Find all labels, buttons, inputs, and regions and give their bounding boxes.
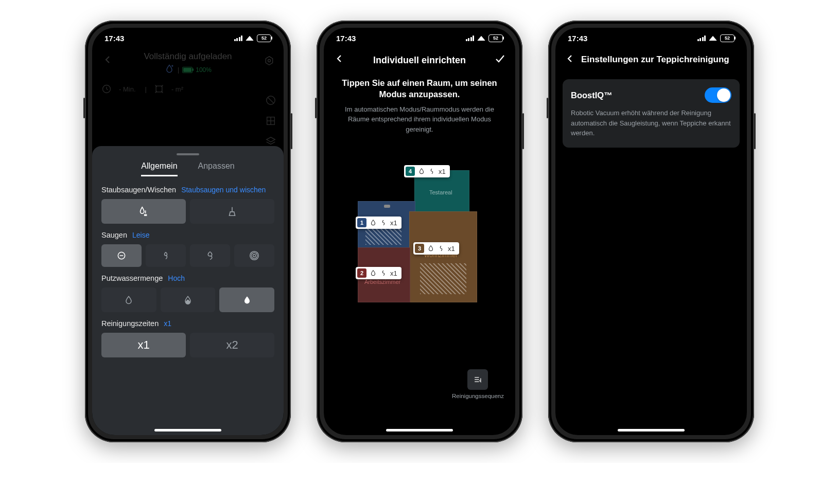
boostiq-toggle[interactable]: [705, 87, 731, 103]
settings-icon[interactable]: [264, 56, 274, 68]
passes-value: x1: [164, 319, 171, 328]
fan-icon: [428, 168, 435, 175]
sheet-grab-handle[interactable]: [177, 153, 199, 155]
floor-map: Testareal 4 x1 1 x1 Wohnz: [353, 165, 486, 319]
dimmed-background: Vollständig aufgeladen | 100% - Min. |: [92, 48, 284, 100]
charge-status-title: Vollständig aufgeladen: [92, 51, 284, 62]
room-label-2: Arbeitszimmer: [364, 279, 400, 285]
suction-value: Leise: [132, 231, 149, 239]
water-option-high[interactable]: [219, 287, 274, 312]
passes-option-x2[interactable]: x2: [190, 333, 274, 357]
no-go-zone-icon[interactable]: [265, 95, 276, 106]
status-right: 52: [234, 34, 272, 42]
toggle-knob: [717, 88, 730, 102]
svg-point-23: [251, 253, 257, 259]
water-drop-plus-icon: [164, 64, 174, 76]
sub-headline: Im automatischen Modus/Raummodus werden …: [324, 104, 515, 135]
phone-frame-3: 17:43 52 Einstellungen zur Teppichreinig…: [548, 21, 754, 442]
boostiq-title: BoostIQ™: [571, 91, 613, 100]
area-icon: [154, 84, 164, 94]
room-mult-2: x1: [390, 269, 397, 277]
room-number-4: 4: [406, 167, 415, 176]
room-badge-3[interactable]: 3 x1: [413, 242, 459, 255]
water-option-medium[interactable]: [161, 287, 216, 312]
room-badge-1[interactable]: 1 x1: [356, 217, 401, 229]
suction-option-standard[interactable]: [146, 244, 186, 267]
headline: Tippen Sie auf einen Raum, um seinen Mod…: [324, 74, 515, 104]
page-title: Individuell einrichten: [373, 55, 466, 66]
svg-marker-15: [267, 137, 275, 142]
room-wohnzimmer[interactable]: Wohnzimmer: [409, 211, 477, 302]
home-indicator[interactable]: [154, 429, 221, 431]
tab-customize[interactable]: Anpassen: [198, 161, 235, 176]
section-water: Putzwassermenge Hoch: [92, 274, 284, 319]
battery-percent: 100%: [196, 66, 212, 74]
phone-frame-1: 17:43 52 Vollständig aufgeladen |: [85, 21, 291, 442]
status-time: 17:43: [568, 34, 587, 43]
battery-icon: 52: [257, 34, 271, 42]
svg-point-3: [268, 60, 271, 62]
section-suction: Saugen Leise: [92, 231, 284, 274]
rooms-grid-icon[interactable]: [265, 115, 276, 127]
home-indicator[interactable]: [386, 429, 453, 431]
signal-icon: [466, 35, 475, 41]
room-badge-2[interactable]: 2 x1: [356, 267, 401, 279]
section-passes: Reinigungszeiten x1 x1 x2: [92, 319, 284, 365]
signal-icon: [697, 35, 706, 41]
back-icon[interactable]: [333, 52, 345, 68]
stats-row: - Min. | - m²: [92, 78, 284, 100]
dock-marker: [384, 205, 390, 208]
boostiq-description: Robotic Vacuum erhöht während der Reinig…: [571, 108, 731, 138]
duration-value: - Min.: [119, 85, 136, 93]
room-number-2: 2: [357, 268, 366, 278]
status-time: 17:43: [104, 34, 124, 43]
back-icon[interactable]: [564, 52, 576, 67]
svg-rect-5: [156, 86, 162, 92]
svg-point-22: [253, 255, 256, 257]
fan-icon: [438, 245, 445, 252]
page-header: Individuell einrichten: [324, 48, 515, 74]
status-right: 52: [466, 34, 503, 42]
room-mult-1: x1: [390, 219, 397, 227]
settings-sheet: Allgemein Anpassen Staubsaugen/Wischen S…: [92, 146, 284, 435]
battery-icon: 52: [488, 34, 503, 42]
water-label: Putzwassermenge: [101, 274, 163, 282]
screen-3: 17:43 52 Einstellungen zur Teppichreinig…: [555, 28, 747, 435]
back-icon[interactable]: [101, 53, 114, 69]
signal-icon: [234, 35, 243, 41]
tab-general[interactable]: Allgemein: [141, 161, 177, 176]
suction-option-quiet[interactable]: [101, 244, 142, 267]
suction-label: Saugen: [101, 231, 127, 239]
mode-option-vacuum-mop[interactable]: [101, 199, 186, 224]
phone-frame-2: 17:43 52 Individuell einrichten Tippen S…: [317, 21, 522, 442]
fan-icon: [380, 269, 387, 277]
water-option-low[interactable]: [101, 287, 156, 312]
main-header: Vollständig aufgeladen | 100%: [92, 48, 284, 78]
drop-icon: [370, 219, 377, 226]
room-mult-4: x1: [439, 168, 446, 175]
layers-icon[interactable]: [265, 136, 276, 147]
wifi-icon: [709, 35, 717, 40]
sequence-icon: [473, 374, 483, 385]
cleaning-sequence-button[interactable]: Reinigungssequenz: [452, 369, 504, 399]
water-value: Hoch: [168, 274, 185, 282]
area-value: - m²: [171, 85, 183, 93]
svg-line-11: [268, 98, 274, 103]
room-badge-4[interactable]: 4 x1: [404, 165, 450, 177]
suction-option-max[interactable]: [234, 244, 274, 267]
home-indicator[interactable]: [618, 429, 685, 431]
passes-option-x1[interactable]: x1: [101, 333, 186, 357]
confirm-icon[interactable]: [494, 52, 506, 68]
svg-marker-2: [266, 57, 272, 65]
drop-icon: [418, 168, 425, 175]
suction-option-turbo[interactable]: [190, 244, 230, 267]
room-number-3: 3: [415, 244, 424, 253]
page-title: Einstellungen zur Teppichreinigung: [581, 55, 739, 65]
passes-label: Reinigungszeiten: [101, 319, 159, 328]
cleaning-sequence-label: Reinigungssequenz: [452, 393, 504, 399]
mode-option-mop-only[interactable]: [190, 199, 274, 224]
screen-2: 17:43 52 Individuell einrichten Tippen S…: [324, 28, 515, 435]
room-number-1: 1: [357, 218, 366, 227]
boostiq-card: BoostIQ™ Robotic Vacuum erhöht während d…: [563, 79, 740, 148]
room-mult-3: x1: [448, 245, 455, 253]
